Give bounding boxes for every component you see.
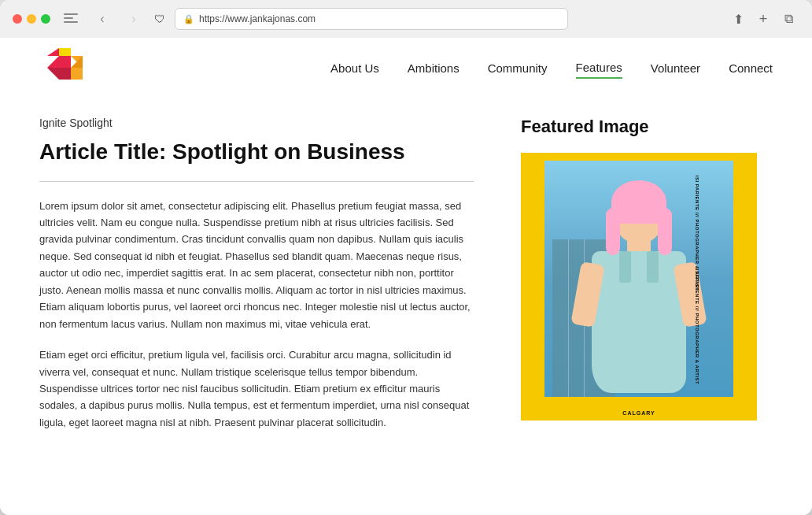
svg-marker-8 xyxy=(47,48,59,56)
close-button[interactable] xyxy=(13,14,22,24)
article-section: Ignite Spotlight Article Title: Spotligh… xyxy=(39,117,474,445)
nav-about[interactable]: About Us xyxy=(330,61,379,78)
back-icon: ‹ xyxy=(100,12,104,26)
tab-overview-button[interactable]: ⧉ xyxy=(777,8,799,30)
website-content: About Us Ambitions Community Features Vo… xyxy=(0,38,812,515)
article-divider xyxy=(39,181,474,182)
svg-marker-2 xyxy=(59,56,71,68)
site-logo[interactable] xyxy=(39,40,102,98)
nav-connect[interactable]: Connect xyxy=(729,61,773,78)
article-body: Lorem ipsum dolor sit amet, consectetur … xyxy=(39,198,474,432)
article-label: Ignite Spotlight xyxy=(39,117,474,129)
sidebar-toggle-icon xyxy=(64,13,78,24)
share-button[interactable]: ⬆ xyxy=(727,8,749,30)
browser-chrome: ‹ › 🛡 🔒 https://www.jankajonas.com ⬆ + xyxy=(0,0,812,38)
nav-community[interactable]: Community xyxy=(488,61,548,78)
browser-titlebar: ‹ › 🛡 🔒 https://www.jankajonas.com ⬆ + xyxy=(13,8,799,30)
nav-ambitions[interactable]: Ambitions xyxy=(408,61,460,78)
article-paragraph-2: Etiam eget orci efficitur, pretium ligul… xyxy=(39,346,474,431)
featured-section: Featured Image IGNITE CALGARY xyxy=(521,117,773,445)
featured-image-container: IGNITE CALGARY xyxy=(521,153,757,421)
forward-button[interactable]: › xyxy=(123,8,145,30)
minimize-button[interactable] xyxy=(27,14,36,24)
svg-marker-0 xyxy=(47,56,59,68)
svg-marker-1 xyxy=(47,68,59,80)
lock-icon: 🔒 xyxy=(183,14,194,24)
new-tab-button[interactable]: + xyxy=(752,8,774,30)
nav-volunteer[interactable]: Volunteer xyxy=(651,61,700,78)
svg-marker-7 xyxy=(59,48,71,56)
tabs-icon: ⧉ xyxy=(784,12,793,26)
building-background xyxy=(544,161,733,397)
address-bar[interactable]: 🔒 https://www.jankajonas.com xyxy=(175,8,568,30)
traffic-lights xyxy=(13,14,50,24)
shield-icon: 🛡 xyxy=(154,13,165,25)
main-content: Ignite Spotlight Article Title: Spotligh… xyxy=(0,101,812,445)
plus-icon: + xyxy=(759,11,768,28)
featured-text-right-2: ISI PARIENTE /// PHOTOGRAPHER & ARTIST xyxy=(696,269,700,385)
nav-features[interactable]: Features xyxy=(576,61,622,79)
featured-text-bottom: CALGARY xyxy=(622,410,655,416)
article-paragraph-1: Lorem ipsum dolor sit amet, consectetur … xyxy=(39,198,474,333)
sidebar-toggle-button[interactable] xyxy=(60,8,82,30)
svg-marker-6 xyxy=(71,68,83,80)
maximize-button[interactable] xyxy=(41,14,50,24)
browser-actions: ⬆ + ⧉ xyxy=(727,8,799,30)
forward-icon: › xyxy=(131,12,135,26)
browser-window: ‹ › 🛡 🔒 https://www.jankajonas.com ⬆ + xyxy=(0,0,812,515)
share-icon: ⬆ xyxy=(733,12,744,27)
svg-marker-3 xyxy=(59,68,71,80)
article-title: Article Title: Spotlight on Business xyxy=(39,139,474,165)
url-text: https://www.jankajonas.com xyxy=(199,13,316,24)
featured-image-inner xyxy=(544,161,733,397)
featured-image-title: Featured Image xyxy=(521,117,773,137)
back-button[interactable]: ‹ xyxy=(91,8,113,30)
site-header: About Us Ambitions Community Features Vo… xyxy=(0,38,812,101)
site-nav: About Us Ambitions Community Features Vo… xyxy=(330,61,773,79)
